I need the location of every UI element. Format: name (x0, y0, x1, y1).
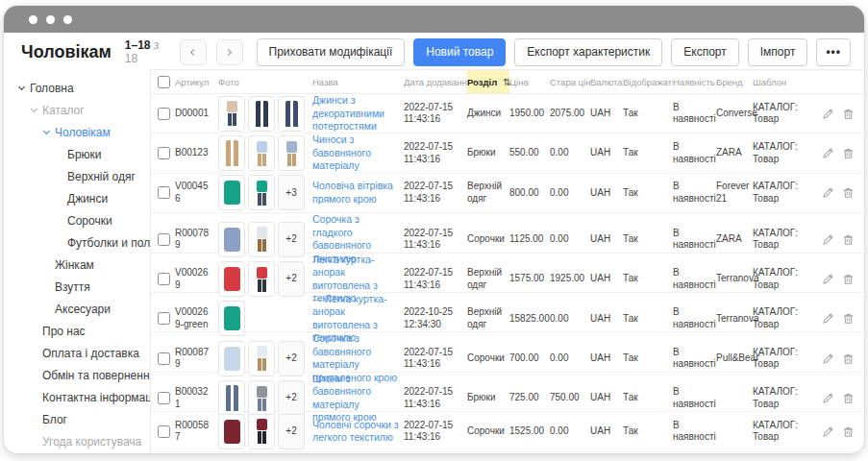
row-checkbox[interactable] (158, 108, 170, 120)
row-checkbox[interactable] (158, 312, 170, 325)
row-checkbox[interactable] (158, 186, 170, 199)
cell-section: Верхній одяг (467, 181, 509, 205)
next-page-button[interactable] (216, 39, 243, 65)
table-row: R000789+2Сорочка з гладкого бавовняного … (151, 213, 864, 253)
more-photos-badge[interactable]: +2 (278, 341, 305, 376)
delete-button[interactable] (842, 352, 855, 365)
edit-button[interactable] (822, 352, 834, 365)
sidebar-item-accessories[interactable]: Аксесуари (4, 298, 150, 320)
sidebar-item-tshirts-polo[interactable]: Футболки и поло (4, 231, 150, 254)
more-button[interactable]: ••• (816, 38, 851, 66)
more-photos-badge[interactable]: +2 (278, 414, 305, 449)
sidebar-item-label: Чоловікам (55, 126, 111, 139)
product-link[interactable]: Штани з бавовняного матеріалу прямого кр… (312, 373, 377, 424)
cell-brand: Converse (716, 108, 753, 120)
header-action-buttons: Приховати модифікаціїНовий товарЕкспорт … (257, 38, 851, 66)
window-control-dot[interactable] (29, 15, 37, 24)
delete-button[interactable] (842, 186, 855, 199)
sidebar-item-jeans[interactable]: Джинси (4, 187, 150, 209)
sidebar-item-shirts[interactable]: Сорочки (4, 209, 150, 231)
delete-button[interactable] (842, 233, 855, 246)
row-checkbox[interactable] (158, 233, 170, 246)
edit-button[interactable] (822, 186, 834, 199)
column-header-brand[interactable]: Бренд (716, 77, 753, 87)
row-checkbox[interactable] (158, 425, 170, 438)
sidebar-item-store-reviews[interactable]: Відгуки про магазин (4, 452, 150, 453)
column-header-section[interactable]: Розділ⇅ (467, 70, 509, 93)
new-product-button[interactable]: Новий товар (413, 38, 506, 66)
prev-page-button[interactable] (180, 39, 207, 65)
row-checkbox[interactable] (158, 392, 170, 404)
product-link[interactable]: Чиноси з бавовняного матеріалу (312, 133, 371, 171)
sidebar-item-outerwear[interactable]: Верхній одяг (4, 165, 150, 187)
sidebar-item-about-us[interactable]: Про нас (4, 320, 150, 342)
delete-button[interactable] (842, 392, 855, 404)
column-header-name[interactable]: Назва (312, 77, 404, 87)
product-photo-thumbnail (278, 135, 305, 171)
column-header-currency[interactable]: Валюта (590, 77, 623, 87)
row-checkbox[interactable] (158, 273, 170, 285)
export-characteristics-button[interactable]: Експорт характеристик (514, 38, 662, 66)
column-header-display[interactable]: Відображати (623, 77, 673, 87)
column-header-availability[interactable]: Наявність (673, 77, 716, 87)
more-photos-badge[interactable]: +2 (278, 222, 305, 257)
edit-button[interactable] (822, 147, 834, 159)
select-all-checkbox[interactable] (158, 76, 170, 88)
cell-name: Штани з бавовняного матеріалу прямого кр… (312, 373, 404, 425)
sidebar-item-label: Обмін та повернення (42, 369, 150, 382)
column-header-price[interactable]: Ціна (509, 77, 550, 87)
model-image (257, 181, 267, 206)
sidebar-item-shoes[interactable]: Взуття (4, 276, 150, 298)
cell-select (151, 273, 175, 285)
sidebar-item-label: Джинси (67, 192, 108, 206)
column-header-template[interactable]: Шаблон (753, 77, 822, 87)
row-checkbox[interactable] (158, 147, 170, 159)
sidebar-item-user-agreement[interactable]: Угода користувача (4, 430, 150, 452)
garment-image (224, 347, 240, 371)
export-button[interactable]: Експорт (671, 38, 738, 66)
delete-button[interactable] (842, 108, 855, 120)
edit-button[interactable] (822, 312, 834, 325)
edit-button[interactable] (822, 273, 834, 285)
product-link[interactable]: Чоловіча вітрівка прямого крою (312, 180, 393, 205)
sidebar-item-trousers[interactable]: Брюки (4, 143, 150, 165)
product-link[interactable]: Чоловічі сорочки з легкого текстилю (312, 419, 399, 444)
more-photos-badge[interactable]: +2 (278, 261, 305, 297)
column-header-article[interactable]: Артикул (175, 77, 218, 87)
sidebar-item-catalog[interactable]: Каталог (4, 99, 150, 121)
table-row: B000321+2Штани з бавовняного матеріалу п… (151, 373, 864, 412)
sidebar-item-men[interactable]: Чоловікам (4, 121, 150, 143)
edit-button[interactable] (822, 425, 834, 438)
delete-button[interactable] (842, 312, 855, 325)
delete-button[interactable] (842, 425, 855, 438)
sidebar-item-blog[interactable]: Блог (4, 408, 150, 430)
row-checkbox[interactable] (158, 352, 170, 365)
cell-template: КАТАЛОГ: Товар (753, 181, 822, 205)
hide-modifications-button[interactable]: Приховати модифікації (257, 38, 406, 66)
import-button[interactable]: Імпорт (748, 38, 808, 66)
sidebar-item-contact-info[interactable]: Контактна інформація (4, 386, 150, 408)
cell-template: КАТАЛОГ: Товар (753, 102, 822, 126)
column-header-photo[interactable]: Фото (218, 77, 312, 87)
column-header-old-price[interactable]: Стара ціна (550, 77, 590, 87)
window-control-dot[interactable] (46, 15, 55, 24)
column-header-date-added[interactable]: Дата додавання (404, 77, 467, 87)
chevron-right-icon (225, 48, 232, 55)
delete-button[interactable] (842, 273, 855, 285)
sidebar-item-women[interactable]: Жінкам (4, 254, 150, 276)
window-control-dot[interactable] (63, 15, 72, 24)
sidebar-item-exchange-return[interactable]: Обмін та повернення (4, 364, 150, 386)
cell-section: Брюки (467, 147, 509, 159)
product-photo-thumbnail (278, 96, 305, 132)
cell-article: V000456 (175, 181, 218, 205)
sidebar-item-home[interactable]: Головна (4, 77, 150, 99)
more-photos-badge[interactable]: +2 (278, 380, 305, 416)
pagination-text: 1–18 з 18 (125, 38, 170, 65)
edit-button[interactable] (822, 392, 834, 404)
more-photos-badge[interactable]: +3 (278, 175, 305, 210)
product-link[interactable]: Джинси з декоративними потертостями (312, 94, 384, 132)
edit-button[interactable] (822, 233, 834, 246)
delete-button[interactable] (842, 147, 855, 159)
edit-button[interactable] (822, 108, 834, 120)
sidebar-item-payment-delivery[interactable]: Оплата і доставка (4, 342, 150, 364)
